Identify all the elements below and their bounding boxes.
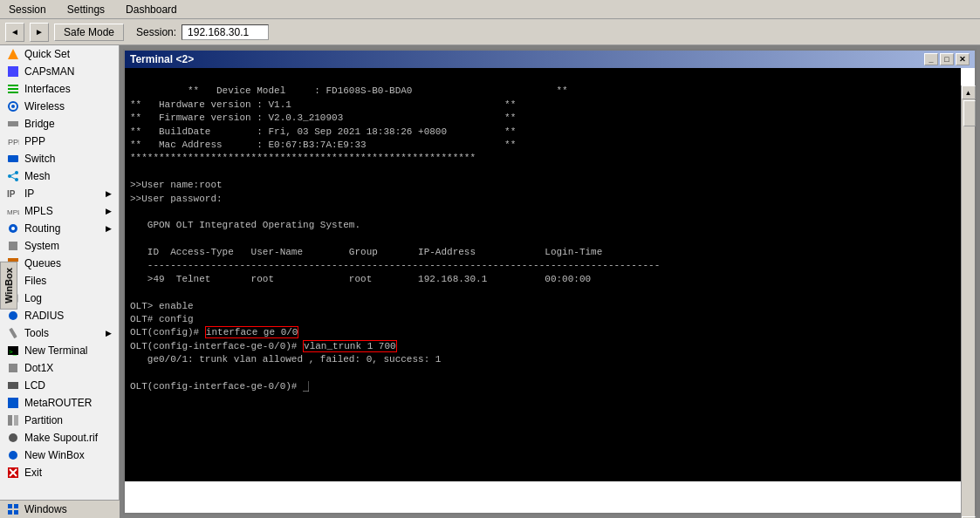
terminal-scrollbar: ▲ ▼ — [961, 85, 975, 518]
svg-rect-9 — [8, 155, 18, 162]
sidebar-label-ip: IP — [24, 187, 34, 200]
system-icon — [7, 240, 19, 252]
sidebar-label-wireless: Wireless — [24, 100, 65, 112]
scroll-up-button[interactable]: ▲ — [962, 85, 976, 99]
terminal-body[interactable]: ** Device Model : FD1608S-B0-BDA0 ** ** … — [125, 68, 961, 481]
sidebar-label-lcd: LCD — [24, 379, 45, 392]
sidebar-item-ppp[interactable]: PPP PPP — [0, 133, 119, 150]
sidebar-item-makesupout[interactable]: Make Supout.rif — [0, 429, 119, 446]
cmd-highlight-2: vlan_trunk 1 700 — [303, 340, 397, 352]
sidebar-item-quickset[interactable]: Quick Set — [0, 45, 119, 63]
session-label: Session: — [136, 26, 176, 38]
svg-rect-31 — [9, 364, 17, 372]
sidebar-item-dot1x[interactable]: Dot1X — [0, 359, 119, 377]
lcd-icon — [7, 379, 19, 392]
sidebar-item-bridge[interactable]: Bridge — [0, 115, 119, 133]
sidebar-label-partition: Partition — [24, 414, 63, 426]
terminal-minimize-button[interactable]: _ — [924, 53, 938, 65]
exit-icon — [7, 467, 19, 479]
sidebar-item-capsman[interactable]: CAPsMAN — [0, 63, 119, 80]
sidebar-item-switch[interactable]: Switch — [0, 150, 119, 167]
sidebar-item-radius[interactable]: RADIUS — [0, 307, 119, 324]
sidebar-label-tools: Tools — [24, 327, 49, 339]
sidebar-item-newterminal[interactable]: >_ New Terminal — [0, 342, 119, 359]
sidebar-item-mesh[interactable]: Mesh — [0, 167, 119, 185]
svg-rect-33 — [8, 398, 18, 408]
sidebar-item-queues[interactable]: Queues — [0, 255, 119, 272]
capsman-icon — [7, 65, 19, 78]
sidebar-label-interfaces: Interfaces — [24, 83, 71, 95]
menu-dashboard[interactable]: Dashboard — [120, 2, 182, 17]
scroll-thumb[interactable] — [963, 100, 976, 126]
sidebar-item-mpls[interactable]: MPLS MPLS ▶ — [0, 202, 119, 220]
wireless-icon — [7, 100, 19, 112]
svg-rect-1 — [8, 66, 18, 77]
sidebar-label-log: Log — [24, 292, 42, 304]
sidebar-item-wireless[interactable]: Wireless — [0, 98, 119, 115]
svg-rect-43 — [8, 510, 12, 515]
winbox-label: WinBox — [0, 262, 17, 310]
menubar: Session Settings Dashboard — [0, 0, 980, 19]
forward-button[interactable]: ► — [30, 23, 49, 42]
sidebar-label-ppp: PPP — [24, 135, 45, 147]
svg-rect-34 — [8, 415, 12, 426]
safe-mode-button[interactable]: Safe Mode — [54, 24, 124, 41]
sidebar-item-lcd[interactable]: LCD — [0, 377, 119, 394]
sidebar-item-exit[interactable]: Exit — [0, 464, 119, 481]
sidebar-label-switch: Switch — [24, 153, 55, 165]
sidebar-item-interfaces[interactable]: Interfaces — [0, 80, 119, 98]
terminal-line-1: ** Device Model : FD1608S-B0-BDA0 ** ** … — [130, 85, 660, 337]
terminal-titlebar: Terminal <2> _ □ ✕ — [125, 51, 975, 68]
radius-icon — [7, 310, 19, 322]
sidebar-item-log[interactable]: Log — [0, 290, 119, 307]
sidebar: Quick Set CAPsMAN Interfaces Wireless Br — [0, 45, 120, 518]
svg-rect-19 — [9, 242, 17, 250]
sidebar-item-routing[interactable]: Routing ▶ — [0, 220, 119, 237]
svg-rect-28 — [9, 328, 17, 338]
sidebar-item-metarouter[interactable]: MetaROUTER — [0, 394, 119, 412]
routing-icon — [7, 222, 19, 235]
sidebar-item-partition[interactable]: Partition — [0, 412, 119, 429]
menu-session[interactable]: Session — [3, 2, 51, 17]
sidebar-label-newterminal: New Terminal — [24, 344, 87, 357]
terminal-title: Terminal <2> — [130, 53, 194, 65]
routing-arrow: ▶ — [106, 224, 112, 233]
terminal-close-button[interactable]: ✕ — [956, 53, 970, 65]
svg-rect-44 — [14, 510, 18, 515]
svg-line-14 — [10, 176, 17, 180]
svg-rect-2 — [8, 85, 18, 86]
makesupout-icon — [7, 432, 19, 444]
svg-rect-3 — [8, 88, 18, 90]
svg-point-18 — [11, 227, 15, 230]
sidebar-label-mpls: MPLS — [24, 205, 53, 217]
sidebar-label-bridge: Bridge — [24, 118, 55, 130]
terminal-line-3: ge0/0/1: trunk vlan allowed , failed: 0,… — [130, 354, 441, 392]
sidebar-item-files[interactable]: Files — [0, 272, 119, 290]
back-button[interactable]: ◄ — [5, 23, 24, 42]
session-value: 192.168.30.1 — [182, 24, 269, 40]
content-area: Terminal <2> _ □ ✕ ** Device Model : FD1… — [120, 45, 980, 518]
sidebar-item-ip[interactable]: IP IP ▶ — [0, 185, 119, 202]
sidebar-item-newwinbox[interactable]: New WinBox — [0, 446, 119, 464]
partition-icon — [7, 414, 19, 426]
sidebar-label-quickset: Quick Set — [24, 48, 70, 60]
sidebar-label-mesh: Mesh — [24, 170, 50, 182]
sidebar-item-system[interactable]: System — [0, 237, 119, 255]
svg-rect-42 — [14, 504, 18, 508]
svg-point-36 — [9, 433, 17, 442]
newwinbox-icon — [7, 449, 19, 461]
cmd-highlight-1: interface ge 0/0 — [205, 326, 299, 338]
menu-settings[interactable]: Settings — [62, 2, 110, 17]
svg-point-37 — [9, 451, 17, 460]
dot1x-icon — [7, 362, 19, 374]
sidebar-item-tools[interactable]: Tools ▶ — [0, 324, 119, 342]
sidebar-item-windows[interactable]: Windows ▶ — [0, 501, 120, 518]
svg-rect-35 — [14, 415, 18, 426]
sidebar-label-files: Files — [24, 275, 46, 287]
sidebar-label-exit: Exit — [24, 467, 42, 479]
sidebar-label-system: System — [24, 240, 59, 252]
sidebar-label-newwinbox: New WinBox — [24, 449, 85, 461]
terminal-maximize-button[interactable]: □ — [940, 53, 954, 65]
svg-rect-41 — [8, 504, 12, 508]
sidebar-label-makesupout: Make Supout.rif — [24, 432, 98, 444]
